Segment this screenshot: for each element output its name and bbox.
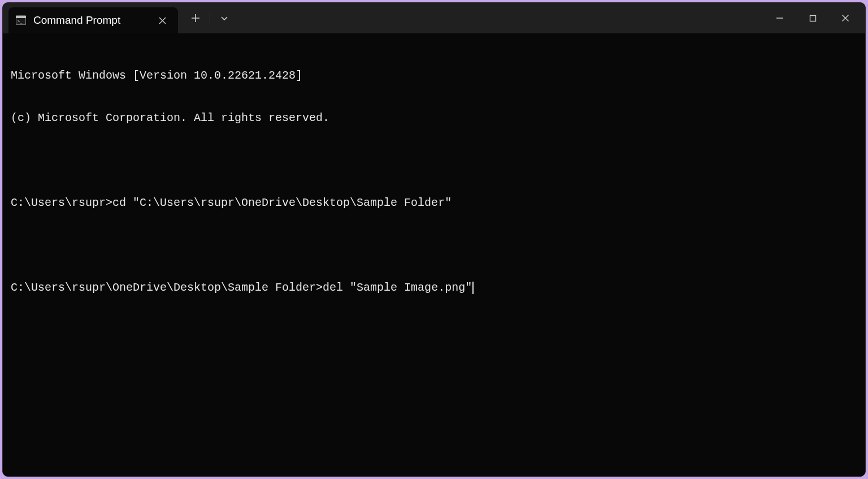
svg-rect-8 xyxy=(810,15,815,21)
os-version-line: Microsoft Windows [Version 10.0.22621.24… xyxy=(11,69,302,82)
command-1: cd "C:\Users\rsupr\OneDrive\Desktop\Samp… xyxy=(112,196,452,209)
copyright-line: (c) Microsoft Corporation. All rights re… xyxy=(11,111,329,124)
tab-close-button[interactable] xyxy=(154,12,170,28)
titlebar: >_ Command Prompt xyxy=(3,3,865,33)
tab-command-prompt[interactable]: >_ Command Prompt xyxy=(8,7,178,33)
separator xyxy=(210,12,210,24)
new-tab-button[interactable] xyxy=(183,5,209,31)
command-2: del "Sample Image.png" xyxy=(323,281,472,294)
svg-rect-1 xyxy=(16,16,26,18)
window-controls xyxy=(763,3,865,33)
text-cursor xyxy=(472,282,474,294)
tab-title: Command Prompt xyxy=(33,14,144,27)
minimize-button[interactable] xyxy=(763,5,796,31)
terminal-content[interactable]: Microsoft Windows [Version 10.0.22621.24… xyxy=(3,33,865,476)
maximize-button[interactable] xyxy=(796,5,829,31)
close-window-button[interactable] xyxy=(829,5,862,31)
prompt-2: C:\Users\rsupr\OneDrive\Desktop\Sample F… xyxy=(11,281,323,294)
tab-dropdown-button[interactable] xyxy=(211,5,237,31)
terminal-window: >_ Command Prompt xyxy=(2,2,866,477)
cmd-icon: >_ xyxy=(15,15,27,26)
tab-actions xyxy=(178,3,237,33)
prompt-1: C:\Users\rsupr> xyxy=(11,196,112,209)
tabs-area: >_ Command Prompt xyxy=(3,3,237,33)
svg-text:>_: >_ xyxy=(18,19,23,24)
